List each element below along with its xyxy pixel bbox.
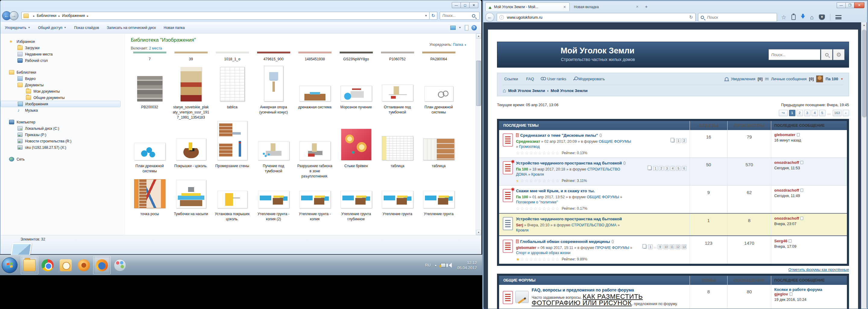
help-icon[interactable]: ? [471,25,477,30]
close-button[interactable]: ✕ [854,2,864,8]
includes-link[interactable]: 2 места [149,46,162,50]
explorer-search-input[interactable] [442,13,472,18]
forum-link[interactable]: Поговорим о "политике" [516,200,558,204]
goto-last-post-icon[interactable] [801,217,803,220]
network-icon[interactable] [441,263,446,268]
topic-page-chip[interactable]: 2 [682,138,687,143]
file-item[interactable]: точка росы [129,179,170,222]
forum-search-button[interactable] [821,49,832,60]
nav-link[interactable]: User ranks [541,77,566,81]
new-tab-button[interactable]: + [642,4,651,9]
taskbar-app-explorer[interactable] [21,256,38,274]
file-item[interactable]: Пучение под тумбочкой [253,131,294,179]
browser-search-input[interactable] [707,15,774,20]
scroll-up-icon[interactable]: ▲ [476,33,481,38]
sidebar-item[interactable]: oku (\\192.168.27.57) (X:) [1,144,124,150]
bookmark-star-icon[interactable]: ☆ [781,14,786,21]
file-item[interactable]: Анкерная опора (усеченый конус) [253,64,294,120]
last-post-author-link[interactable]: onozdrachoff [774,160,799,165]
file-item[interactable]: PB200032 [129,64,170,120]
nav-link[interactable]: Модерировать [573,77,605,81]
forward-button[interactable]: → [9,11,19,20]
page-button[interactable]: 2 [797,110,803,116]
topic-page-chip[interactable]: 1 [676,138,681,143]
topic-page-chip[interactable]: 3 [664,166,670,171]
nav-link[interactable]: Ссылки [503,77,518,81]
page-button[interactable]: 3 [804,110,810,116]
toolbar-button[interactable]: Записать на оптический диск [107,26,156,30]
topic-title-link[interactable]: Устройство чердачного пространства над б… [516,161,622,165]
file-item[interactable]: Покрышки - цоколь. [170,131,212,179]
page-button[interactable]: 1 [789,110,795,116]
sidebar-item[interactable]: Общие документы [1,94,124,101]
sidebar-item[interactable]: Сеть [1,156,124,162]
breadcrumb-home-link[interactable]: Мой Уголок Земли [508,88,545,93]
browser-search-box[interactable] [698,13,777,22]
topic-author-link[interactable]: Serj [516,223,523,227]
file-item[interactable]: Морозное пучение [336,64,377,120]
file-item[interactable]: GS23NpWY8go [336,52,377,62]
taskbar-app-paint[interactable] [111,256,129,274]
minimize-button[interactable]: — [452,2,461,8]
topic-page-chip[interactable]: 1 [653,166,658,171]
refresh-button[interactable]: ↻ [430,12,437,20]
file-item[interactable]: Утепление грунта [418,179,459,222]
preview-pane-icon[interactable] [464,25,468,30]
sidebar-item[interactable]: Новости строительства (R:) [1,138,124,144]
toolbar-button[interactable]: Показ слайдов [74,26,99,30]
file-item[interactable]: Промерзание стены [212,131,253,179]
goto-last-post-icon[interactable] [789,239,792,243]
forum-link[interactable]: Кровля [516,228,529,232]
scroll-up-icon[interactable]: ▲ [862,24,866,27]
sidebar-item[interactable]: Библиотеки [1,69,124,76]
page-button[interactable]: 4 [812,110,818,116]
goto-last-post-icon[interactable] [797,133,800,136]
reload-icon[interactable]: ↻ [689,15,693,20]
topic-page-chip[interactable]: 1 [648,245,653,249]
taskbar-app-outlook[interactable] [57,256,74,274]
forum-link[interactable]: ПРОЧИЕ ФОРУМЫ [595,246,629,250]
goto-last-post-icon[interactable] [801,161,803,164]
file-item[interactable]: Оттаивание под тумбочкой [377,64,418,120]
forum-title-link[interactable]: FAQ, вопросы и предложения по работе фор… [532,287,634,292]
browser-tab[interactable]: Мой Уголок Земли - Мой...✕ [485,2,569,11]
topic-page-chip[interactable]: 2 [659,166,664,171]
minimize-button[interactable]: — [837,2,846,8]
topic-page-chip[interactable]: 4 [670,166,675,171]
file-item[interactable]: Утепление грунта - копия (2) [253,179,294,222]
url-bar[interactable]: i ↻ [497,13,695,22]
page-jump-button[interactable]: ↪ [779,110,788,116]
site-title[interactable]: Мой Уголок Земли [561,46,634,56]
topic-author-link[interactable]: Па 100 [516,167,528,171]
scrollbar-thumb[interactable] [476,61,481,106]
last-post-author-link[interactable]: glebomater [774,133,795,137]
avatar[interactable] [816,76,823,82]
sidebar-item[interactable]: Недавние места [1,51,124,57]
show-hidden-icons-icon[interactable]: ▲ [434,264,437,267]
browser-tab[interactable]: Новая вкладка✕ [569,2,642,11]
taskbar-app-firefox[interactable] [93,256,111,274]
file-item[interactable]: 39 [170,52,212,62]
scrollbar-thumb[interactable] [862,30,866,117]
topic-title-link[interactable]: Устройство чердачного пространства над б… [516,217,622,221]
file-item[interactable]: План дренажной системы [129,131,170,179]
clock[interactable]: 12:12 05.04.2017 [457,260,477,271]
arrange-dropdown-icon[interactable]: ▼ [464,44,467,47]
file-item[interactable]: P1060752 [377,52,418,62]
downloads-icon[interactable] [801,16,805,21]
tab-close-icon[interactable]: ✕ [635,5,640,9]
menu-icon[interactable] [835,15,841,19]
url-input[interactable] [506,15,689,20]
sidebar-item[interactable]: Мои документы [1,88,124,94]
address-dropdown-icon[interactable]: ▼ [425,14,427,17]
user-menu[interactable]: Па 100 [826,77,838,81]
goto-last-post-icon[interactable] [801,189,803,192]
messages-link[interactable]: Личные сообщения [771,77,807,81]
forum-link[interactable]: СТРОИТЕЛЬСТВО ДОМА [571,223,616,227]
volume-icon[interactable] [449,263,452,268]
forum-link[interactable]: ОБЩИЕ ФОРУМЫ [587,195,619,199]
file-item[interactable]: Утепление грунта [377,179,418,222]
file-item[interactable]: 479615_900 [253,52,294,62]
bookmarks-menu-icon[interactable] [792,15,796,20]
arrange-value[interactable]: Папка [453,43,463,47]
